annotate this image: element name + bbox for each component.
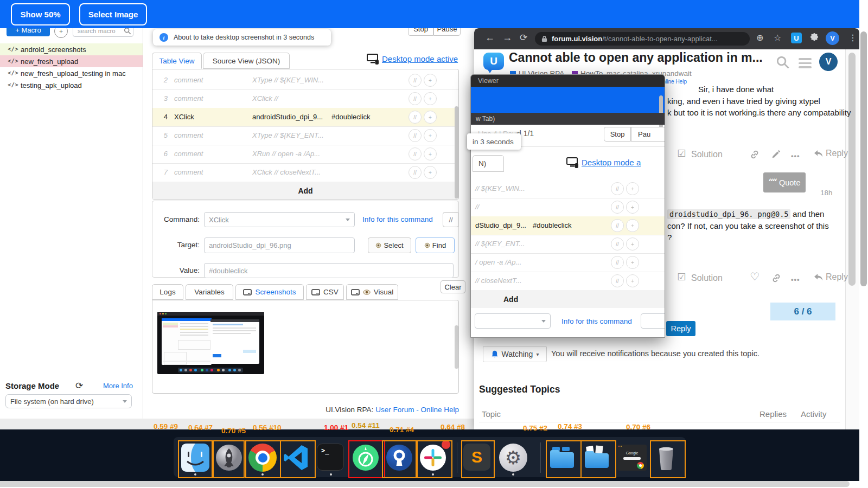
insert-row-button[interactable]: + (626, 237, 639, 251)
desktop-mode-link[interactable]: Desktop mode active (382, 54, 458, 63)
viewer-stop-button[interactable]: Stop (604, 127, 631, 142)
table-row[interactable]: 5 comment XType // ${KEY_ENT... // + (152, 126, 458, 145)
comment-toggle-button[interactable]: // (409, 166, 422, 179)
table-row-selected[interactable]: 4 XClick androidStudio_dpi_9... #doublec… (152, 108, 458, 127)
tab-logs[interactable]: Logs (152, 284, 183, 300)
solution-label[interactable]: Solution (691, 273, 723, 283)
browser-profile-avatar[interactable]: V (826, 31, 839, 45)
desktop-mode-link[interactable]: Desktop mode a (582, 158, 641, 167)
viewer-table-row[interactable]: // ${KEY_WIN... // + (471, 179, 665, 198)
back-icon[interactable]: ← (485, 32, 495, 43)
column-activity[interactable]: Activity (801, 409, 827, 419)
panel-scrollbar[interactable] (455, 325, 458, 369)
table-row[interactable]: 6 comment XRun // open -a /Ap... // + (152, 145, 458, 164)
topic-progress-badge[interactable]: 6 / 6 (770, 303, 835, 320)
clear-button[interactable]: Clear (441, 280, 465, 293)
comment-toggle-button[interactable]: // (409, 92, 422, 105)
address-bar[interactable]: forum.ui.vision/t/cannot-able-to-open-an… (535, 32, 750, 46)
insert-row-button[interactable]: + (424, 74, 437, 87)
screen-scrollbar-thumb[interactable] (860, 31, 867, 286)
link-icon[interactable] (771, 273, 781, 283)
command-select[interactable]: XClick (204, 212, 355, 227)
link-icon[interactable] (750, 150, 760, 159)
solution-checkbox-icon[interactable]: ☑ (677, 147, 686, 159)
dock-item-terminal[interactable]: >_ (317, 444, 345, 472)
viewer-table-row[interactable]: // closeNextT... // + (471, 272, 665, 291)
select-image-button[interactable]: Select Image (79, 3, 147, 25)
forum-user-avatar[interactable]: V (819, 53, 838, 71)
comment-toggle-button[interactable]: // (611, 237, 624, 251)
reload-icon[interactable]: ⟳ (520, 32, 527, 43)
page-scroll-thumb[interactable] (848, 53, 856, 286)
viewer-table-row[interactable]: // // + (471, 198, 665, 217)
topic-title[interactable]: Cannot able to open any application in m… (509, 50, 763, 65)
solution-checkbox-icon[interactable]: ☑ (677, 271, 686, 283)
quote-button[interactable]: ““ Quote (763, 172, 806, 192)
comment-toggle-button[interactable]: // (409, 147, 422, 160)
comment-toggle-button[interactable]: // (409, 74, 422, 87)
forum-search-icon[interactable] (776, 55, 790, 69)
more-actions-icon[interactable]: ••• (791, 275, 800, 284)
watching-dropdown[interactable]: Watching ▾ (483, 346, 547, 362)
reply-button[interactable]: Reply (666, 321, 695, 336)
add-row-button[interactable]: Add (152, 182, 458, 200)
command-info-link[interactable]: Info for this command (362, 215, 433, 223)
select-button[interactable]: Select (368, 237, 411, 253)
insert-row-button[interactable]: + (626, 219, 639, 232)
insert-row-button[interactable]: + (424, 92, 437, 105)
insert-row-button[interactable]: + (626, 201, 639, 214)
refresh-icon[interactable]: ⟳ (75, 380, 83, 391)
value-input[interactable] (204, 263, 454, 278)
zoom-page-icon[interactable]: ⊕ (756, 33, 763, 43)
comment-toggle-button[interactable]: // (611, 219, 624, 232)
show-50-button[interactable]: Show 50% (11, 3, 70, 25)
viewer-table-row[interactable]: // ${KEY_ENT... // + (471, 235, 665, 254)
viewer-command-select[interactable] (475, 313, 551, 329)
extensions-puzzle-icon[interactable] (809, 33, 819, 43)
storage-mode-select[interactable]: File system (on hard drive) (5, 394, 132, 408)
comment-toggle-button[interactable]: // (443, 212, 459, 227)
tab-screenshots[interactable]: Screenshots (235, 284, 304, 300)
uivision-extension-icon[interactable]: U (791, 33, 802, 43)
comment-toggle-button[interactable]: // (409, 111, 422, 124)
table-row[interactable]: 3 comment XClick // // + (152, 89, 458, 108)
table-scrollbar[interactable] (455, 106, 458, 198)
macro-item-new-fresh-upload[interactable]: </> new_fresh_upload (0, 55, 143, 67)
table-row[interactable]: 7 comment XClick // closeNextT... // + (152, 163, 458, 182)
insert-row-button[interactable]: + (424, 147, 437, 160)
tab-csv[interactable]: CSV (306, 284, 344, 300)
reply-arrow-icon[interactable] (814, 150, 824, 158)
screenshot-thumbnail[interactable] (157, 312, 264, 374)
viewer-table-row[interactable]: / open -a /Ap... // + (471, 253, 665, 272)
heart-icon[interactable]: ♡ (750, 270, 760, 283)
comment-toggle-button[interactable]: // (611, 201, 624, 214)
viewer-titlebar[interactable]: Viewer (471, 75, 665, 87)
hamburger-menu-icon[interactable] (799, 58, 812, 70)
insert-row-button[interactable]: + (626, 274, 639, 287)
find-button[interactable]: Find (416, 237, 455, 253)
tab-source-view[interactable]: Source View (JSON) (203, 53, 290, 69)
viewer-add-row-button[interactable]: Add (471, 290, 665, 308)
tab-variables[interactable]: Variables (186, 284, 233, 300)
edit-pencil-icon[interactable] (771, 150, 781, 159)
viewer-table-row-selected[interactable]: dStudio_dpi_9... #doubleclick // + (471, 216, 665, 235)
comment-toggle-button[interactable]: // (611, 256, 624, 269)
viewer-pause-button[interactable]: Pau (631, 127, 665, 142)
kebab-menu-icon[interactable]: ⋮ (848, 33, 857, 43)
forum-logo[interactable]: U (483, 53, 504, 70)
dock-item-chrome-window[interactable]: Google (617, 445, 646, 473)
comment-toggle-button[interactable]: // (611, 182, 624, 195)
reply-label[interactable]: Reply (826, 149, 848, 158)
reply-arrow-icon[interactable] (814, 273, 824, 282)
dock-item-system-settings[interactable]: ⚙ (499, 444, 527, 472)
target-input[interactable] (204, 237, 355, 253)
comment-toggle-button[interactable]: // (611, 274, 624, 287)
comment-toggle-button[interactable]: // (409, 129, 422, 142)
table-row[interactable]: 2 comment XType // ${KEY_WIN... // + (152, 71, 458, 90)
macro-item-new-fresh-upload-testing[interactable]: </> new_fresh_upload_testing in mac (0, 67, 143, 79)
viewer-command-info-link[interactable]: Info for this command (561, 317, 632, 325)
viewer-json-tab-partial[interactable]: N) (473, 155, 504, 172)
macro-item-testing-apk-upload[interactable]: </> testing_apk_upload (0, 79, 143, 91)
tab-visual[interactable]: Visual (346, 284, 398, 300)
insert-row-button[interactable]: + (424, 111, 437, 124)
